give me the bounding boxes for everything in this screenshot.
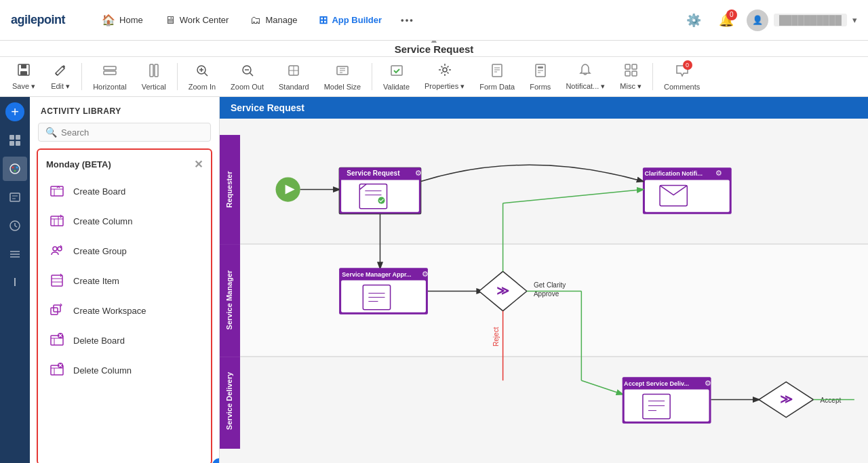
svg-rect-20 xyxy=(492,64,502,77)
search-input[interactable] xyxy=(61,127,203,138)
modelsize-label: Model Size xyxy=(324,83,361,91)
svg-point-51 xyxy=(53,247,57,251)
zoomin-icon xyxy=(195,63,210,81)
monday-close-btn[interactable]: ✕ xyxy=(194,158,203,171)
logo-text: agilepoint xyxy=(11,13,65,27)
svg-rect-47 xyxy=(51,216,63,226)
properties-button[interactable]: Properties ▾ xyxy=(418,60,471,94)
svg-line-40 xyxy=(15,226,17,227)
svg-point-31 xyxy=(10,164,20,174)
vertical-label: Vertical xyxy=(142,83,166,91)
validate-button[interactable]: Validate xyxy=(376,60,416,94)
create-item-label: Create Item xyxy=(73,276,119,286)
svg-rect-57 xyxy=(54,305,60,312)
sidebar-tag-btn[interactable]: I xyxy=(3,270,27,295)
svg-rect-4 xyxy=(104,71,116,75)
comments-badge: 0 xyxy=(683,60,692,70)
nav-appbuilder[interactable]: ⊞ App Builder xyxy=(309,8,391,32)
nav-manage[interactable]: 🗂 Manage xyxy=(241,9,307,32)
zoomout-button[interactable]: Zoom Out xyxy=(224,60,271,94)
activity-create-item[interactable]: Create Item xyxy=(38,266,211,296)
create-group-label: Create Group xyxy=(73,246,127,256)
settings-icon-btn[interactable]: ⚙️ xyxy=(682,8,706,33)
modelsize-button[interactable]: Model Size xyxy=(317,60,368,94)
svg-rect-28 xyxy=(16,135,20,140)
forms-button[interactable]: Forms xyxy=(523,60,557,94)
logo[interactable]: agilepoint xyxy=(11,13,65,27)
user-dropdown-chevron[interactable]: ▾ xyxy=(852,15,857,25)
user-area[interactable]: 👤 ██████████ ▾ xyxy=(747,9,857,31)
svg-rect-35 xyxy=(10,193,20,201)
sidebar-grid-btn[interactable] xyxy=(3,128,27,153)
nav-appbuilder-label: App Builder xyxy=(332,15,382,25)
activity-create-board[interactable]: Create Board xyxy=(38,176,211,206)
nav-right: ⚙️ 🔔 0 👤 ██████████ ▾ xyxy=(682,8,857,33)
horizontal-button[interactable]: Horizontal xyxy=(86,60,134,94)
activity-delete-column[interactable]: Delete Column xyxy=(38,355,211,385)
create-item-icon xyxy=(47,271,66,290)
horizontal-label: Horizontal xyxy=(93,83,127,91)
delete-column-icon xyxy=(47,361,66,380)
canvas-svg: Requester Service Manager Service Delive… xyxy=(220,119,868,463)
add-button[interactable]: + xyxy=(5,102,24,121)
activity-delete-board[interactable]: Delete Board xyxy=(38,325,211,355)
zoomin-button[interactable]: Zoom In xyxy=(182,60,222,94)
svg-text:⚙: ⚙ xyxy=(415,169,422,177)
svg-point-19 xyxy=(443,68,447,72)
notifications-icon-btn[interactable]: 🔔 0 xyxy=(714,8,738,33)
properties-label: Properties ▾ xyxy=(425,82,465,91)
home-icon: 🏠 xyxy=(102,14,115,26)
zoomin-label: Zoom In xyxy=(189,83,216,91)
svg-rect-30 xyxy=(16,141,20,146)
delete-column-label: Delete Column xyxy=(73,365,132,376)
divider3 xyxy=(372,63,372,90)
svg-rect-5 xyxy=(150,64,153,77)
activity-create-group[interactable]: Create Group xyxy=(38,236,211,266)
main-layout: + I ACTIVITY LIBRARY 🔍 Monday (BETA) ✕ xyxy=(0,97,868,463)
activity-create-column[interactable]: Create Column xyxy=(38,206,211,236)
sidebar-palette-btn[interactable] xyxy=(3,157,27,181)
save-button[interactable]: Save ▾ xyxy=(5,60,42,94)
search-icon: 🔍 xyxy=(45,127,57,138)
horizontal-icon xyxy=(102,63,117,81)
svg-text:⚙: ⚙ xyxy=(715,169,722,177)
svg-rect-6 xyxy=(155,64,158,77)
forms-icon xyxy=(533,63,548,81)
svg-rect-2 xyxy=(20,71,27,75)
avatar: 👤 xyxy=(747,9,768,31)
sidebar-list1-btn[interactable] xyxy=(3,185,27,209)
zoomout-icon xyxy=(240,63,255,81)
edit-button[interactable]: Edit ▾ xyxy=(43,60,77,94)
canvas-body[interactable]: Requester Service Manager Service Delive… xyxy=(220,119,868,463)
monday-title: Monday (BETA) xyxy=(46,159,111,169)
activity-create-workspace[interactable]: Create Workspace xyxy=(38,296,211,325)
svg-rect-29 xyxy=(9,141,14,146)
standard-label: Standard xyxy=(279,83,309,91)
delete-board-icon xyxy=(47,331,66,350)
svg-text:Clarification Notifi...: Clarification Notifi... xyxy=(644,170,702,177)
misc-button[interactable]: Misc ▾ xyxy=(613,60,648,94)
svg-rect-1 xyxy=(21,64,26,68)
nav-home[interactable]: 🏠 Home xyxy=(92,8,153,32)
delete-board-label: Delete Board xyxy=(73,336,125,346)
svg-point-34 xyxy=(14,170,16,172)
svg-rect-44 xyxy=(51,186,63,196)
properties-icon xyxy=(437,62,452,81)
standard-button[interactable]: Standard xyxy=(272,60,316,94)
svg-text:Reject: Reject xyxy=(492,327,500,346)
comments-button[interactable]: 0 Comments xyxy=(657,60,707,94)
formdata-button[interactable]: Form Data xyxy=(473,60,521,94)
formdata-label: Form Data xyxy=(479,83,515,91)
top-nav: agilepoint 🏠 Home 🖥 Work Center 🗂 Manage… xyxy=(0,0,868,41)
nav-workcenter[interactable]: 🖥 Work Center xyxy=(155,9,239,32)
sidebar-lines-btn[interactable] xyxy=(3,242,27,266)
svg-text:≫: ≫ xyxy=(780,392,793,406)
sidebar-clock-btn[interactable] xyxy=(3,214,27,238)
notifications-button[interactable]: Notificat... ▾ xyxy=(559,60,612,94)
vertical-button[interactable]: Vertical xyxy=(135,60,173,94)
panel-collapse-btn[interactable]: ‹ xyxy=(212,458,220,463)
svg-rect-25 xyxy=(632,64,637,69)
nav-more-dots[interactable]: ••• xyxy=(394,9,421,31)
validate-label: Validate xyxy=(383,83,410,91)
save-icon xyxy=(16,62,31,81)
